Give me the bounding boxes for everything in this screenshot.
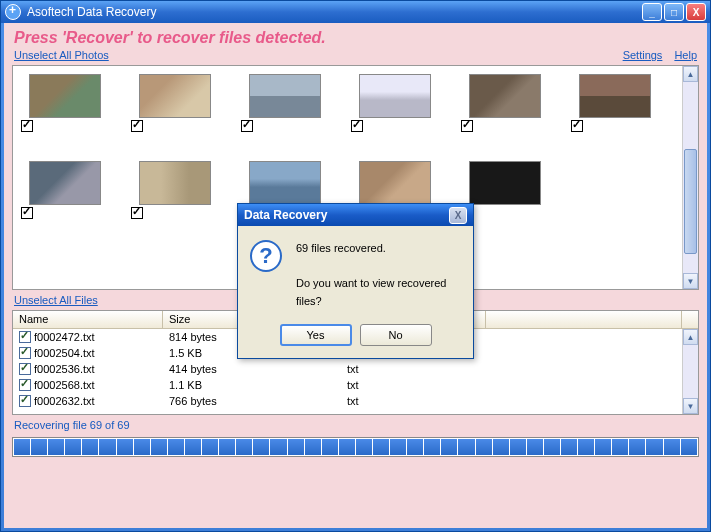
thumbnail <box>249 161 321 205</box>
settings-link[interactable]: Settings <box>623 49 663 61</box>
photo-item[interactable] <box>461 161 549 219</box>
progress-bar <box>12 437 699 457</box>
thumbnail <box>579 74 651 118</box>
dialog-line1: 69 files recovered. <box>296 240 461 258</box>
photo-item[interactable] <box>21 161 109 219</box>
dialog-message: 69 files recovered. Do you want to view … <box>296 240 461 310</box>
file-name: f0002536.txt <box>34 363 95 375</box>
status-text: Recovering file 69 of 69 <box>4 415 707 435</box>
thumbnail <box>469 161 541 205</box>
thumbnail <box>139 161 211 205</box>
scroll-thumb[interactable] <box>684 149 697 254</box>
file-row[interactable]: f0002568.txt1.1 KBtxt <box>13 377 682 393</box>
file-checkbox[interactable] <box>19 363 31 375</box>
photo-item[interactable] <box>351 74 439 132</box>
scroll-down-icon[interactable]: ▼ <box>683 273 698 289</box>
confirm-dialog: Data Recovery X ? 69 files recovered. Do… <box>237 203 474 359</box>
no-button[interactable]: No <box>360 324 432 346</box>
dialog-title: Data Recovery <box>244 208 327 222</box>
photo-item[interactable] <box>461 74 549 132</box>
thumbnail <box>139 74 211 118</box>
photo-checkbox[interactable] <box>351 120 363 132</box>
file-size: 414 bytes <box>163 363 341 375</box>
photo-checkbox[interactable] <box>21 207 33 219</box>
photo-item[interactable] <box>571 74 659 132</box>
photo-checkbox[interactable] <box>461 120 473 132</box>
file-checkbox[interactable] <box>19 395 31 407</box>
instruction-text: Press 'Recover' to recover files detecte… <box>4 23 707 49</box>
photo-item[interactable] <box>131 161 219 219</box>
file-size: 766 bytes <box>163 395 341 407</box>
file-checkbox[interactable] <box>19 331 31 343</box>
photo-item[interactable] <box>21 74 109 132</box>
thumbnail <box>29 161 101 205</box>
file-name: f0002472.txt <box>34 331 95 343</box>
photo-checkbox[interactable] <box>131 207 143 219</box>
file-row[interactable]: f0002632.txt766 bytestxt <box>13 393 682 409</box>
photo-item[interactable] <box>131 74 219 132</box>
file-checkbox[interactable] <box>19 379 31 391</box>
dialog-line2: Do you want to view recovered files? <box>296 275 461 310</box>
window-title: Asoftech Data Recovery <box>27 5 642 19</box>
photo-checkbox[interactable] <box>131 120 143 132</box>
thumbnail <box>359 161 431 205</box>
close-button[interactable]: X <box>686 3 706 21</box>
dialog-close-button[interactable]: X <box>449 207 467 224</box>
photo-checkbox[interactable] <box>571 120 583 132</box>
file-ext: txt <box>341 395 486 407</box>
file-size: 1.1 KB <box>163 379 341 391</box>
file-name: f0002568.txt <box>34 379 95 391</box>
file-name: f0002504.txt <box>34 347 95 359</box>
photo-checkbox[interactable] <box>241 120 253 132</box>
thumbnail <box>359 74 431 118</box>
unselect-photos-link[interactable]: Unselect All Photos <box>14 49 109 61</box>
file-ext: txt <box>341 379 486 391</box>
photo-item[interactable] <box>241 74 329 132</box>
dialog-titlebar: Data Recovery X <box>238 204 473 226</box>
thumbnail <box>249 74 321 118</box>
app-window: Asoftech Data Recovery _ □ X Press 'Reco… <box>0 0 711 532</box>
col-name[interactable]: Name <box>13 311 163 328</box>
thumbnail <box>469 74 541 118</box>
titlebar: Asoftech Data Recovery _ □ X <box>1 1 710 23</box>
file-checkbox[interactable] <box>19 347 31 359</box>
photo-checkbox[interactable] <box>21 120 33 132</box>
scroll-down-icon[interactable]: ▼ <box>683 398 698 414</box>
file-name: f0002632.txt <box>34 395 95 407</box>
minimize-button[interactable]: _ <box>642 3 662 21</box>
scroll-up-icon[interactable]: ▲ <box>683 329 698 345</box>
file-ext: txt <box>341 363 486 375</box>
file-scrollbar[interactable]: ▲ ▼ <box>682 329 698 414</box>
maximize-button[interactable]: □ <box>664 3 684 21</box>
yes-button[interactable]: Yes <box>280 324 352 346</box>
col-blank <box>486 311 682 328</box>
scroll-up-icon[interactable]: ▲ <box>683 66 698 82</box>
unselect-files-link[interactable]: Unselect All Files <box>14 294 98 306</box>
app-icon <box>5 4 21 20</box>
help-link[interactable]: Help <box>674 49 697 61</box>
question-icon: ? <box>250 240 282 272</box>
file-row[interactable]: f0002536.txt414 bytestxt <box>13 361 682 377</box>
col-scroll-gap <box>682 311 698 328</box>
thumbnail <box>29 74 101 118</box>
photo-scrollbar[interactable]: ▲ ▼ <box>682 66 698 289</box>
